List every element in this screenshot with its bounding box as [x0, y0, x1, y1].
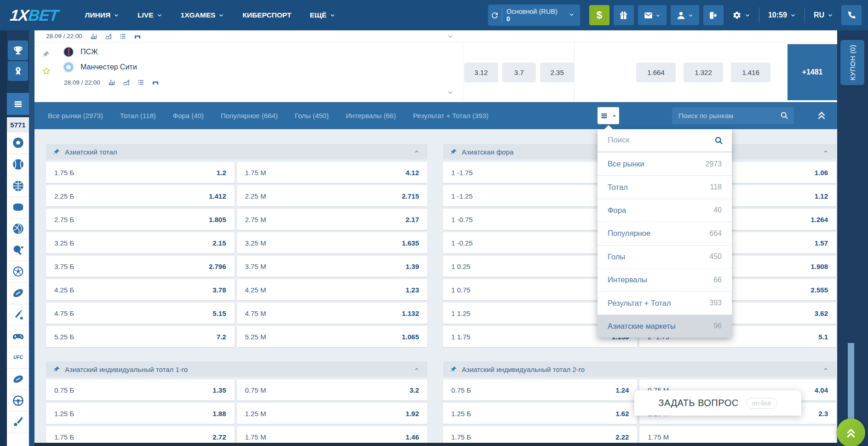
search-icon[interactable] [714, 136, 724, 145]
dropdown-item[interactable]: Популярное 664 [598, 222, 732, 245]
market-tab[interactable]: Результат + Тотал (393) [413, 112, 489, 120]
favorites-button[interactable] [8, 61, 28, 81]
dropdown-item[interactable]: Голы 450 [598, 245, 732, 268]
sidebar-sport-item[interactable] [7, 240, 29, 261]
tournaments-button[interactable] [8, 40, 28, 60]
chevron-up-icon[interactable] [822, 148, 829, 156]
bet-cell[interactable]: 4.25 М1.23 [237, 279, 427, 300]
bet-cell[interactable]: 0.75 М3.2 [237, 379, 427, 400]
bonus-button[interactable] [614, 5, 634, 25]
odds-button[interactable]: 1.416 [731, 63, 770, 82]
dropdown-item[interactable]: Результат + Тотал 393 [598, 291, 732, 314]
bet-cell[interactable]: 1.75 Б1.2 [46, 162, 235, 183]
market-tab[interactable]: Все рынки (2973) [48, 112, 103, 120]
trend-chart-icon[interactable] [122, 79, 130, 86]
market-tab[interactable]: Голы (450) [295, 112, 329, 120]
bet-cell[interactable]: 4.25 Б3.78 [46, 279, 235, 300]
bar-chart-icon[interactable] [108, 79, 115, 86]
market-search-input[interactable] [672, 107, 794, 124]
sidebar-sport-item[interactable] [7, 412, 29, 433]
bet-cell[interactable]: 3.25 Б2.15 [46, 232, 235, 253]
sidebar-sport-item[interactable] [7, 283, 29, 304]
sidebar-sport-item[interactable] [7, 390, 29, 412]
panel-header[interactable]: Азиатский тотал [46, 144, 427, 160]
bet-cell[interactable]: 1.25 Б1.62 [443, 403, 637, 424]
deposit-button[interactable]: $ [589, 5, 609, 25]
sidebar-sport-item[interactable] [7, 218, 29, 240]
dropdown-search-input[interactable] [608, 136, 714, 145]
chevron-up-icon[interactable] [822, 365, 829, 373]
sidebar-sport-item[interactable]: UFC [7, 347, 29, 369]
sidebar-sport-item[interactable] [7, 326, 29, 347]
sidebar-sport-item[interactable] [7, 175, 29, 197]
dugout-icon[interactable] [152, 79, 159, 86]
nav-menu-item[interactable]: LIVE [138, 11, 162, 19]
phone-button[interactable] [841, 5, 862, 25]
nav-menu-item[interactable]: КИБЕРСПОРТ [242, 11, 291, 19]
sidebar-menu-button[interactable] [7, 93, 29, 115]
bet-cell[interactable]: 3.25 М1.635 [237, 232, 427, 253]
team-row-2[interactable]: Манчестер Сити [63, 59, 159, 74]
more-markets-button[interactable]: +1481 [788, 44, 837, 100]
time-selector[interactable]: 10:59 [768, 11, 796, 19]
chevron-up-icon[interactable] [414, 365, 420, 373]
scroll-to-top-button[interactable] [837, 418, 865, 446]
bet-cell[interactable]: 2.25 Б1.412 [46, 185, 235, 206]
logout-button[interactable] [703, 5, 724, 25]
bet-cell[interactable]: 1.25 М1.92 [237, 403, 427, 424]
sidebar-sport-item[interactable] [7, 154, 29, 176]
chevron-up-icon[interactable] [414, 148, 420, 156]
dugout-icon[interactable] [134, 33, 141, 40]
panel-header[interactable]: Азиатский индивидуальный тотал 2-го [443, 361, 836, 377]
sidebar-sport-item[interactable] [7, 197, 29, 218]
language-selector[interactable]: RU [814, 11, 833, 19]
market-tab[interactable]: Популярное (664) [221, 112, 278, 120]
dropdown-item[interactable]: Азиатские маркеты 96 [598, 314, 732, 337]
list-icon[interactable] [119, 33, 126, 40]
account-button[interactable] [671, 5, 699, 25]
sidebar-sport-item[interactable] [7, 132, 29, 154]
market-tab[interactable]: Интервалы (66) [346, 112, 396, 120]
wallet-selector[interactable]: Основной (RUB) 0 [488, 5, 580, 26]
settings-button[interactable] [732, 11, 750, 20]
bet-cell[interactable]: 2.75 М2.17 [237, 209, 427, 230]
market-groups-menu-button[interactable] [598, 107, 619, 124]
bet-cell[interactable]: 3.75 М1.39 [237, 256, 427, 277]
bet-cell[interactable]: 5.25 Б7.2 [46, 326, 235, 347]
list-icon[interactable] [137, 79, 144, 86]
panel-header[interactable]: Азиатский индивидуальный тотал 1-го [46, 361, 427, 377]
odds-button[interactable]: 1.664 [636, 63, 676, 82]
pin-icon[interactable] [42, 51, 50, 58]
sidebar-sport-item[interactable] [7, 304, 29, 326]
bet-cell[interactable]: 5.25 М1.065 [237, 326, 427, 347]
coupon-tab[interactable]: КУПОН (0) [840, 40, 864, 85]
bet-cell[interactable]: 1.25 Б1.88 [46, 403, 235, 424]
pin-icon[interactable] [53, 149, 60, 155]
odds-button[interactable]: 3.7 [502, 63, 536, 82]
bet-cell[interactable]: 0.75 Б1.35 [46, 379, 235, 400]
odds-button[interactable]: 2.35 [540, 63, 574, 82]
team-row-1[interactable]: ПСЖ [63, 44, 159, 59]
collapse-match-chevron[interactable] [446, 33, 455, 40]
bet-cell[interactable]: 1.75 М4.12 [237, 162, 427, 183]
chat-widget[interactable]: ЗАДАТЬ ВОПРОС on-line [634, 390, 801, 416]
trend-chart-icon[interactable] [104, 33, 112, 40]
sidebar-sport-item[interactable] [7, 261, 29, 283]
dropdown-item[interactable]: Интервалы 66 [598, 268, 732, 291]
bet-cell[interactable]: 2.25 М2.715 [237, 185, 427, 206]
pin-icon[interactable] [450, 149, 457, 155]
messages-button[interactable] [638, 5, 667, 25]
bet-cell[interactable]: 4.75 Б5.15 [46, 303, 235, 324]
pin-icon[interactable] [450, 366, 457, 373]
expand-match-chevron[interactable] [446, 89, 455, 96]
odds-button[interactable]: 3.12 [464, 63, 498, 82]
search-icon[interactable] [780, 111, 789, 122]
dropdown-item[interactable]: Фора 40 [598, 199, 732, 222]
brand-logo[interactable]: 1XBET [9, 6, 59, 24]
collapse-all-button[interactable] [816, 110, 827, 123]
market-tab[interactable]: Фора (40) [173, 112, 204, 120]
pin-icon[interactable] [53, 366, 60, 373]
dropdown-item[interactable]: Все рынки 2973 [598, 152, 732, 175]
refresh-icon[interactable] [488, 11, 502, 19]
market-tab[interactable]: Тотал (118) [120, 112, 156, 120]
